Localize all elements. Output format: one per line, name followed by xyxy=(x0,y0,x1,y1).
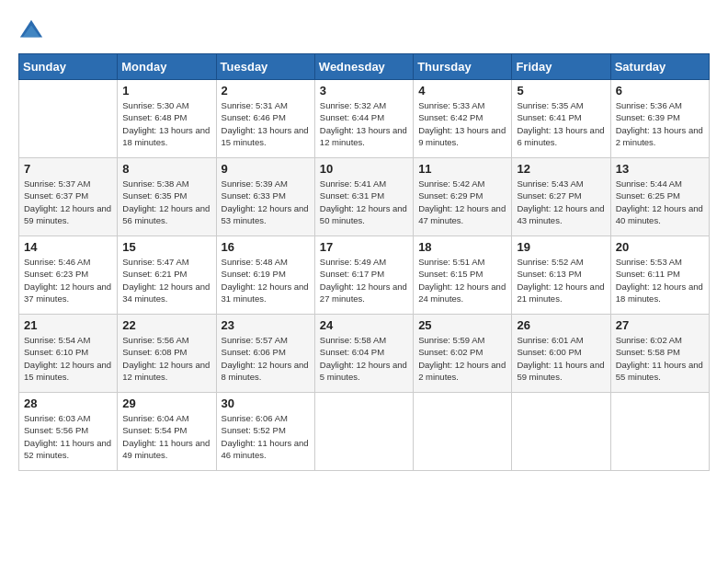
calendar-cell: 7Sunrise: 5:37 AMSunset: 6:37 PMDaylight… xyxy=(19,158,118,236)
day-number: 21 xyxy=(24,318,112,332)
calendar-cell: 4Sunrise: 5:33 AMSunset: 6:42 PMDaylight… xyxy=(414,80,512,158)
day-info: Sunrise: 5:32 AMSunset: 6:44 PMDaylight:… xyxy=(320,99,408,148)
day-number: 1 xyxy=(122,84,210,98)
day-number: 8 xyxy=(122,162,210,176)
day-number: 20 xyxy=(616,240,704,254)
day-info: Sunrise: 5:31 AMSunset: 6:46 PMDaylight:… xyxy=(222,99,310,148)
calendar-cell: 5Sunrise: 5:35 AMSunset: 6:41 PMDaylight… xyxy=(512,80,610,158)
page-header xyxy=(18,18,710,44)
calendar-cell: 29Sunrise: 6:04 AMSunset: 5:54 PMDayligh… xyxy=(118,393,216,471)
day-number: 13 xyxy=(616,162,704,176)
day-number: 30 xyxy=(222,396,310,410)
calendar-header-friday: Friday xyxy=(512,54,610,80)
day-info: Sunrise: 5:30 AMSunset: 6:48 PMDaylight:… xyxy=(122,99,210,148)
day-info: Sunrise: 5:39 AMSunset: 6:33 PMDaylight:… xyxy=(222,178,310,226)
day-number: 22 xyxy=(122,318,210,332)
day-info: Sunrise: 5:37 AMSunset: 6:37 PMDaylight:… xyxy=(24,178,112,226)
calendar-cell xyxy=(414,393,512,471)
day-number: 7 xyxy=(24,162,112,176)
day-number: 23 xyxy=(222,318,310,332)
calendar-header-monday: Monday xyxy=(118,54,216,80)
calendar-week-row: 14Sunrise: 5:46 AMSunset: 6:23 PMDayligh… xyxy=(19,236,710,315)
day-number: 14 xyxy=(24,240,112,254)
day-number: 12 xyxy=(517,162,605,176)
calendar-cell: 21Sunrise: 5:54 AMSunset: 6:10 PMDayligh… xyxy=(19,315,118,393)
day-info: Sunrise: 5:46 AMSunset: 6:23 PMDaylight:… xyxy=(24,256,112,304)
calendar-cell: 1Sunrise: 5:30 AMSunset: 6:48 PMDaylight… xyxy=(118,80,216,158)
calendar-table: SundayMondayTuesdayWednesdayThursdayFrid… xyxy=(18,53,710,471)
calendar-cell xyxy=(19,80,118,158)
day-info: Sunrise: 6:01 AMSunset: 6:00 PMDaylight:… xyxy=(517,334,605,383)
calendar-cell: 12Sunrise: 5:43 AMSunset: 6:27 PMDayligh… xyxy=(512,158,610,236)
calendar-header-wednesday: Wednesday xyxy=(314,54,413,80)
calendar-cell: 13Sunrise: 5:44 AMSunset: 6:25 PMDayligh… xyxy=(610,158,709,236)
calendar-cell: 9Sunrise: 5:39 AMSunset: 6:33 PMDaylight… xyxy=(216,158,314,236)
day-number: 6 xyxy=(616,84,704,98)
calendar-cell: 25Sunrise: 5:59 AMSunset: 6:02 PMDayligh… xyxy=(414,315,512,393)
calendar-cell: 17Sunrise: 5:49 AMSunset: 6:17 PMDayligh… xyxy=(314,236,413,315)
day-info: Sunrise: 6:04 AMSunset: 5:54 PMDaylight:… xyxy=(122,412,210,461)
calendar-cell: 3Sunrise: 5:32 AMSunset: 6:44 PMDaylight… xyxy=(314,80,413,158)
day-info: Sunrise: 5:51 AMSunset: 6:15 PMDaylight:… xyxy=(418,256,506,304)
calendar-header-saturday: Saturday xyxy=(610,54,709,80)
day-info: Sunrise: 5:38 AMSunset: 6:35 PMDaylight:… xyxy=(122,178,210,226)
calendar-cell: 16Sunrise: 5:48 AMSunset: 6:19 PMDayligh… xyxy=(216,236,314,315)
day-info: Sunrise: 5:54 AMSunset: 6:10 PMDaylight:… xyxy=(24,334,112,383)
calendar-cell: 19Sunrise: 5:52 AMSunset: 6:13 PMDayligh… xyxy=(512,236,610,315)
day-number: 2 xyxy=(222,84,310,98)
day-number: 9 xyxy=(222,162,310,176)
calendar-week-row: 28Sunrise: 6:03 AMSunset: 5:56 PMDayligh… xyxy=(19,393,710,471)
calendar-cell: 24Sunrise: 5:58 AMSunset: 6:04 PMDayligh… xyxy=(314,315,413,393)
day-number: 16 xyxy=(222,240,310,254)
calendar-cell: 18Sunrise: 5:51 AMSunset: 6:15 PMDayligh… xyxy=(414,236,512,315)
day-info: Sunrise: 5:43 AMSunset: 6:27 PMDaylight:… xyxy=(517,178,605,226)
calendar-cell xyxy=(512,393,610,471)
day-number: 27 xyxy=(616,318,704,332)
calendar-week-row: 7Sunrise: 5:37 AMSunset: 6:37 PMDaylight… xyxy=(19,158,710,236)
day-info: Sunrise: 5:36 AMSunset: 6:39 PMDaylight:… xyxy=(616,99,704,148)
day-info: Sunrise: 5:53 AMSunset: 6:11 PMDaylight:… xyxy=(616,256,704,304)
calendar-cell: 11Sunrise: 5:42 AMSunset: 6:29 PMDayligh… xyxy=(414,158,512,236)
calendar-cell xyxy=(314,393,413,471)
day-number: 11 xyxy=(418,162,506,176)
calendar-cell: 8Sunrise: 5:38 AMSunset: 6:35 PMDaylight… xyxy=(118,158,216,236)
day-number: 29 xyxy=(122,396,210,410)
calendar-header-row: SundayMondayTuesdayWednesdayThursdayFrid… xyxy=(19,54,710,80)
day-number: 26 xyxy=(517,318,605,332)
day-info: Sunrise: 5:44 AMSunset: 6:25 PMDaylight:… xyxy=(616,178,704,226)
calendar-cell: 10Sunrise: 5:41 AMSunset: 6:31 PMDayligh… xyxy=(314,158,413,236)
calendar-cell: 27Sunrise: 6:02 AMSunset: 5:58 PMDayligh… xyxy=(610,315,709,393)
day-info: Sunrise: 5:33 AMSunset: 6:42 PMDaylight:… xyxy=(418,99,506,148)
calendar-header-sunday: Sunday xyxy=(19,54,118,80)
day-info: Sunrise: 6:02 AMSunset: 5:58 PMDaylight:… xyxy=(616,334,704,383)
day-info: Sunrise: 6:03 AMSunset: 5:56 PMDaylight:… xyxy=(24,412,112,461)
calendar-week-row: 21Sunrise: 5:54 AMSunset: 6:10 PMDayligh… xyxy=(19,315,710,393)
day-info: Sunrise: 6:06 AMSunset: 5:52 PMDaylight:… xyxy=(222,412,310,461)
calendar-header-tuesday: Tuesday xyxy=(216,54,314,80)
day-number: 19 xyxy=(517,240,605,254)
calendar-cell: 23Sunrise: 5:57 AMSunset: 6:06 PMDayligh… xyxy=(216,315,314,393)
calendar-cell: 6Sunrise: 5:36 AMSunset: 6:39 PMDaylight… xyxy=(610,80,709,158)
day-number: 3 xyxy=(320,84,408,98)
logo xyxy=(18,18,48,44)
calendar-cell: 2Sunrise: 5:31 AMSunset: 6:46 PMDaylight… xyxy=(216,80,314,158)
logo-icon xyxy=(18,18,44,44)
calendar-cell xyxy=(610,393,709,471)
calendar-cell: 14Sunrise: 5:46 AMSunset: 6:23 PMDayligh… xyxy=(19,236,118,315)
calendar-cell: 20Sunrise: 5:53 AMSunset: 6:11 PMDayligh… xyxy=(610,236,709,315)
day-info: Sunrise: 5:58 AMSunset: 6:04 PMDaylight:… xyxy=(320,334,408,383)
day-number: 25 xyxy=(418,318,506,332)
day-number: 15 xyxy=(122,240,210,254)
day-info: Sunrise: 5:47 AMSunset: 6:21 PMDaylight:… xyxy=(122,256,210,304)
calendar-week-row: 1Sunrise: 5:30 AMSunset: 6:48 PMDaylight… xyxy=(19,80,710,158)
calendar-header-thursday: Thursday xyxy=(414,54,512,80)
calendar-cell: 15Sunrise: 5:47 AMSunset: 6:21 PMDayligh… xyxy=(118,236,216,315)
day-number: 28 xyxy=(24,396,112,410)
calendar-cell: 26Sunrise: 6:01 AMSunset: 6:00 PMDayligh… xyxy=(512,315,610,393)
day-info: Sunrise: 5:41 AMSunset: 6:31 PMDaylight:… xyxy=(320,178,408,226)
calendar-cell: 28Sunrise: 6:03 AMSunset: 5:56 PMDayligh… xyxy=(19,393,118,471)
calendar-cell: 30Sunrise: 6:06 AMSunset: 5:52 PMDayligh… xyxy=(216,393,314,471)
day-number: 17 xyxy=(320,240,408,254)
day-info: Sunrise: 5:59 AMSunset: 6:02 PMDaylight:… xyxy=(418,334,506,383)
day-info: Sunrise: 5:56 AMSunset: 6:08 PMDaylight:… xyxy=(122,334,210,383)
